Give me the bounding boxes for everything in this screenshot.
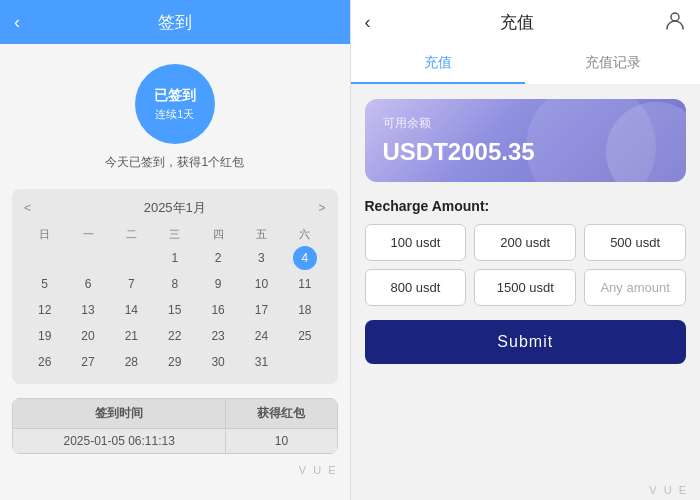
right-watermark: V U E <box>351 480 701 500</box>
calendar-day-cell[interactable]: 3 <box>249 246 273 270</box>
checkin-circle[interactable]: 已签到 连续1天 <box>135 64 215 144</box>
calendar-empty-cell <box>33 246 57 270</box>
calendar-day-cell[interactable]: 26 <box>33 350 57 374</box>
balance-label: 可用余额 <box>383 115 669 132</box>
calendar-day-cell[interactable]: 25 <box>293 324 317 348</box>
table-cell: 10 <box>226 429 337 454</box>
amount-option-button[interactable]: 1500 usdt <box>474 269 576 306</box>
calendar-day-cell[interactable]: 16 <box>206 298 230 322</box>
calendar-day-cell[interactable]: 15 <box>163 298 187 322</box>
recharge-label: Recharge Amount: <box>365 198 687 214</box>
calendar-day-cell[interactable]: 18 <box>293 298 317 322</box>
calendar-weekday-header: 三 <box>154 225 195 244</box>
calendar-next-button[interactable]: > <box>318 201 325 215</box>
left-back-button[interactable]: ‹ <box>14 12 20 33</box>
calendar-empty-cell <box>119 246 143 270</box>
calendar-day-cell[interactable]: 19 <box>33 324 57 348</box>
amount-option-button[interactable]: 800 usdt <box>365 269 467 306</box>
recharge-section: Recharge Amount: 100 usdt200 usdt500 usd… <box>351 192 701 370</box>
tab-recharge[interactable]: 充值 <box>351 44 526 84</box>
calendar-weekday-header: 二 <box>111 225 152 244</box>
svg-point-0 <box>671 13 679 21</box>
right-title: 充值 <box>500 11 534 34</box>
left-header: ‹ 签到 <box>0 0 350 44</box>
calendar-day-cell[interactable]: 27 <box>76 350 100 374</box>
right-panel: ‹ 充值 充值 充值记录 可用余额 USDT2005.35 Recharge A… <box>351 0 701 500</box>
calendar-day-cell[interactable]: 23 <box>206 324 230 348</box>
balance-card: 可用余额 USDT2005.35 <box>365 99 687 182</box>
tabs-row: 充值 充值记录 <box>351 44 701 85</box>
left-title: 签到 <box>158 11 192 34</box>
calendar-day-cell[interactable]: 4 <box>293 246 317 270</box>
calendar-prev-button[interactable]: < <box>24 201 31 215</box>
calendar-day-cell[interactable]: 6 <box>76 272 100 296</box>
table-header-time: 签到时间 <box>13 399 226 429</box>
calendar-day-cell[interactable]: 14 <box>119 298 143 322</box>
calendar-day-cell[interactable]: 21 <box>119 324 143 348</box>
calendar-day-cell[interactable]: 20 <box>76 324 100 348</box>
checkin-table: 签到时间 获得红包 2025-01-05 06:11:1310 <box>12 398 338 454</box>
amount-option-button[interactable]: 500 usdt <box>584 224 686 261</box>
calendar-weekday-header: 日 <box>24 225 65 244</box>
calendar-day-cell[interactable]: 11 <box>293 272 317 296</box>
amount-option-button[interactable]: 100 usdt <box>365 224 467 261</box>
table-header-redpacket: 获得红包 <box>226 399 337 429</box>
calendar-day-cell[interactable]: 8 <box>163 272 187 296</box>
right-header: ‹ 充值 <box>351 0 701 44</box>
calendar-month-label: 2025年1月 <box>144 199 206 217</box>
calendar-day-cell[interactable]: 9 <box>206 272 230 296</box>
calendar-area: < 2025年1月 > 日一二三四五六123456789101112131415… <box>12 189 338 384</box>
table-row: 2025-01-05 06:11:1310 <box>13 429 338 454</box>
right-back-button[interactable]: ‹ <box>365 12 371 33</box>
calendar-day-cell[interactable]: 12 <box>33 298 57 322</box>
calendar-day-cell[interactable]: 31 <box>249 350 273 374</box>
calendar-grid: 日一二三四五六123456789101112131415161718192021… <box>24 225 326 374</box>
tab-recharge-records[interactable]: 充值记录 <box>525 44 700 84</box>
calendar-day-cell[interactable]: 29 <box>163 350 187 374</box>
checkin-table-area: 签到时间 获得红包 2025-01-05 06:11:1310 <box>12 398 338 454</box>
calendar-day-cell[interactable]: 28 <box>119 350 143 374</box>
calendar-nav: < 2025年1月 > <box>24 199 326 217</box>
calendar-weekday-header: 五 <box>241 225 282 244</box>
calendar-day-cell[interactable]: 22 <box>163 324 187 348</box>
calendar-day-cell[interactable]: 7 <box>119 272 143 296</box>
amount-grid: 100 usdt200 usdt500 usdt800 usdt1500 usd… <box>365 224 687 306</box>
left-panel: ‹ 签到 已签到 连续1天 今天已签到，获得1个红包 < 2025年1月 > 日… <box>0 0 350 500</box>
left-watermark: V U E <box>0 460 350 480</box>
calendar-day-cell[interactable]: 17 <box>249 298 273 322</box>
checked-text: 已签到 <box>154 87 196 105</box>
calendar-empty-cell <box>76 246 100 270</box>
submit-button[interactable]: Submit <box>365 320 687 364</box>
calendar-day-cell[interactable]: 13 <box>76 298 100 322</box>
calendar-empty-cell <box>293 350 317 374</box>
amount-option-button[interactable]: Any amount <box>584 269 686 306</box>
calendar-day-cell[interactable]: 24 <box>249 324 273 348</box>
calendar-weekday-header: 六 <box>284 225 325 244</box>
calendar-weekday-header: 四 <box>197 225 238 244</box>
calendar-weekday-header: 一 <box>67 225 108 244</box>
calendar-day-cell[interactable]: 1 <box>163 246 187 270</box>
table-cell: 2025-01-05 06:11:13 <box>13 429 226 454</box>
balance-amount: USDT2005.35 <box>383 138 669 166</box>
calendar-day-cell[interactable]: 30 <box>206 350 230 374</box>
checkin-desc: 今天已签到，获得1个红包 <box>105 154 244 171</box>
amount-option-button[interactable]: 200 usdt <box>474 224 576 261</box>
profile-icon[interactable] <box>664 9 686 36</box>
days-text: 连续1天 <box>155 107 194 122</box>
calendar-day-cell[interactable]: 10 <box>249 272 273 296</box>
checkin-circle-area: 已签到 连续1天 今天已签到，获得1个红包 <box>0 44 350 181</box>
calendar-day-cell[interactable]: 2 <box>206 246 230 270</box>
calendar-day-cell[interactable]: 5 <box>33 272 57 296</box>
